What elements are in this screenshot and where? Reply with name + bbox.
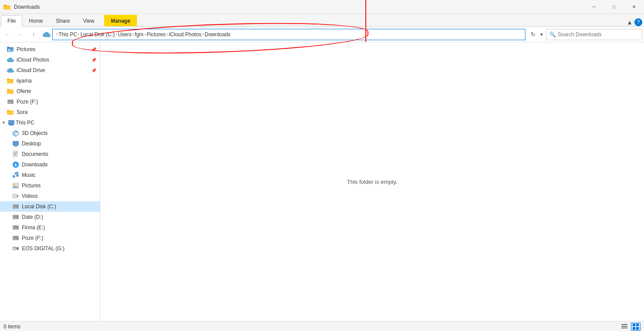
sidebar-label-sora: Sora [17, 109, 27, 115]
svg-rect-13 [7, 110, 10, 111]
sidebar-item-oferte[interactable]: Oferte [0, 86, 100, 97]
title-text: Downloads [14, 4, 40, 10]
videos-icon [12, 193, 19, 200]
svg-rect-21 [13, 141, 19, 145]
search-input[interactable] [558, 31, 639, 38]
sidebar-label-videos: Videos [22, 193, 37, 199]
svg-rect-36 [14, 205, 18, 206]
breadcrumb-icloudphotos[interactable]: iCloud Photos [169, 31, 201, 38]
sidebar-item-sora[interactable]: Sora [0, 107, 100, 117]
music-icon [12, 172, 19, 179]
sidebar-item-3dobjects[interactable]: 3D Objects [0, 128, 100, 138]
sidebar-item-date-d[interactable]: Date (D:) [0, 212, 100, 222]
svg-rect-55 [633, 327, 635, 330]
breadcrumb-fgm[interactable]: fgm [135, 31, 143, 38]
svg-rect-42 [14, 226, 18, 227]
sidebar-label-localdisk-c: Local Disk (C:) [22, 203, 56, 210]
sidebar-label-downloads: Downloads [22, 162, 48, 168]
svg-rect-3 [7, 47, 10, 48]
sidebar-label-thispc: This PC [16, 120, 34, 126]
svg-point-11 [12, 102, 13, 103]
tab-share[interactable]: Share [49, 15, 76, 26]
breadcrumb-users[interactable]: Users [118, 31, 131, 38]
svg-rect-27 [14, 155, 16, 155]
sidebar-item-localdisk-c[interactable]: Local Disk (C:) [0, 201, 100, 212]
sidebar-item-pictures[interactable]: Pictures 📌 [0, 44, 100, 55]
content-area: This folder is empty. [100, 42, 644, 321]
eos-digital-icon: SD [12, 245, 19, 252]
iiyama-icon [7, 77, 14, 84]
forward-button[interactable]: → [15, 29, 26, 40]
documents-icon [12, 151, 19, 158]
sidebar-label-iiyama: iiyama [17, 78, 32, 84]
help-icon[interactable]: ? [634, 18, 642, 26]
sidebar-item-music[interactable]: Music [0, 170, 100, 180]
sidebar-item-pictures2[interactable]: Pictures [0, 180, 100, 191]
svg-rect-39 [14, 216, 18, 217]
address-bar-row: ← → ↑ › This PC › Local Disk (C:) › User… [0, 27, 644, 42]
sidebar-item-documents[interactable]: Documents [0, 149, 100, 159]
search-icon: 🔍 [549, 31, 556, 38]
svg-rect-15 [8, 124, 14, 125]
search-bar[interactable]: 🔍 [546, 29, 642, 40]
sidebar-item-icloud-drive[interactable]: iCloud Drive 📌 [0, 65, 100, 76]
sidebar-label-pictures: Pictures [17, 46, 35, 52]
tab-home[interactable]: Home [22, 15, 49, 26]
sidebar-item-downloads[interactable]: Downloads [0, 159, 100, 170]
minimize-button[interactable]: ─ [584, 0, 604, 14]
view-toggle-buttons [620, 323, 641, 331]
large-icons-view-button[interactable] [631, 323, 641, 331]
date-d-icon [12, 214, 19, 221]
poze-f-icon [7, 98, 14, 105]
svg-point-43 [17, 228, 18, 229]
sidebar-item-videos[interactable]: Videos [0, 191, 100, 201]
pin-icon-icloud-photos: 📌 [91, 58, 96, 62]
svg-rect-54 [636, 324, 639, 326]
close-button[interactable]: ✕ [624, 0, 644, 14]
refresh-button[interactable]: ↻ [527, 29, 538, 40]
dropdown-arrow[interactable]: ▾ [540, 31, 543, 38]
tab-view[interactable]: View [76, 15, 101, 26]
3dobjects-icon [12, 130, 19, 137]
svg-rect-8 [7, 89, 10, 90]
sidebar-label-poze-f2: Poze (F:) [22, 235, 43, 241]
breadcrumb-downloads[interactable]: Downloads [204, 31, 230, 38]
address-bar[interactable]: › This PC › Local Disk (C:) › Users › fg… [52, 29, 525, 40]
sidebar-label-pictures2: Pictures [22, 183, 41, 189]
details-view-button[interactable] [620, 323, 629, 331]
empty-folder-message: This folder is empty. [347, 179, 397, 185]
title-bar-left: Downloads [0, 3, 584, 10]
pictures-icon [7, 46, 14, 53]
breadcrumb-pictures[interactable]: Pictures [147, 31, 165, 38]
svg-rect-1 [3, 5, 7, 6]
sidebar-label-documents: Documents [22, 151, 48, 157]
items-count: 0 items [3, 324, 20, 330]
sidebar-label-poze-f: Poze (F:) [17, 99, 38, 105]
sidebar-label-music: Music [22, 172, 35, 178]
back-button[interactable]: ← [2, 29, 13, 40]
ribbon: File Home Share View Picture Tools Manag… [0, 14, 644, 27]
sidebar-item-eos-digital[interactable]: SD EOS DIGITAL (G:) [0, 243, 100, 254]
svg-point-30 [16, 174, 19, 177]
svg-point-29 [13, 175, 15, 178]
breadcrumb-localdisk[interactable]: Local Disk (C:) [80, 31, 115, 38]
sidebar-section-thispc[interactable]: ▼ This PC [0, 117, 100, 128]
maximize-button[interactable]: □ [604, 0, 624, 14]
sidebar-item-icloud-photos[interactable]: iCloud Photos 📌 [0, 55, 100, 65]
up-button[interactable]: ↑ [28, 29, 39, 40]
ribbon-collapse-icon[interactable]: ▲ [627, 19, 633, 26]
sidebar-item-iiyama[interactable]: iiyama [0, 76, 100, 86]
sidebar-item-desktop[interactable]: Desktop [0, 138, 100, 149]
tab-manage[interactable]: Manage [104, 15, 137, 26]
title-folder-icon [3, 3, 10, 10]
sidebar-item-poze-f2[interactable]: Poze (F:) [0, 233, 100, 243]
sidebar-item-firma-e[interactable]: Firma (E:) [0, 222, 100, 233]
breadcrumb-thispc[interactable]: This PC [58, 31, 77, 38]
tab-file[interactable]: File [1, 15, 22, 27]
sidebar-label-oferte: Oferte [17, 88, 31, 94]
firma-e-icon [12, 224, 19, 231]
sidebar-item-poze-f[interactable]: Poze (F:) [0, 97, 100, 107]
downloads-icon [12, 161, 19, 168]
svg-rect-23 [14, 145, 18, 146]
pin-icon-icloud-drive: 📌 [91, 68, 96, 73]
